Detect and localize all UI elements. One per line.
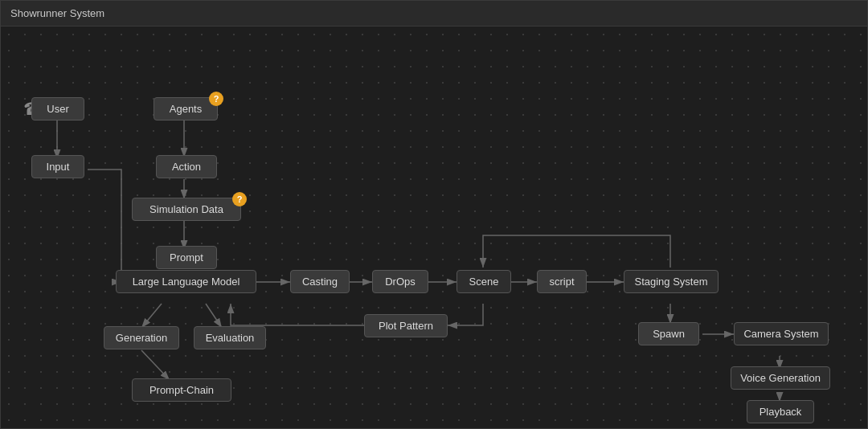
node-drops: DrOps [372, 270, 428, 293]
node-input: Input [31, 155, 84, 178]
node-simulation-data: Simulation Data ? [132, 198, 241, 221]
titlebar: Showrunner System [1, 1, 867, 27]
node-action: Action [156, 155, 217, 178]
agents-badge: ? [209, 92, 223, 106]
svg-line-15 [141, 304, 162, 328]
node-prompt: Prompt [156, 246, 217, 269]
node-spawn: Spawn [638, 322, 699, 345]
window-title: Showrunner System [10, 7, 104, 19]
node-user: User [31, 97, 84, 121]
svg-line-17 [141, 350, 170, 380]
node-camera: Camera System [734, 322, 829, 345]
node-evaluation: Evaluation [194, 326, 266, 349]
node-agents: Agents ? [154, 97, 218, 121]
node-playback: Playback [747, 400, 814, 423]
node-staging: Staging System [624, 270, 719, 293]
simulation-badge: ? [232, 192, 247, 206]
node-llm: Large Language Model [116, 270, 256, 293]
node-voice: Voice Generation [731, 366, 830, 390]
node-prompt-chain: Prompt-Chain [132, 378, 231, 402]
node-generation: Generation [104, 326, 179, 349]
node-scene: Scene [457, 270, 511, 293]
node-casting: Casting [290, 270, 350, 293]
node-plot-pattern: Plot Pattern [364, 314, 448, 337]
canvas: ☎ User Agents ? Input Action Simulation … [1, 27, 867, 428]
window: Showrunner System [0, 0, 868, 429]
svg-line-16 [206, 304, 222, 328]
node-script: script [537, 270, 587, 293]
